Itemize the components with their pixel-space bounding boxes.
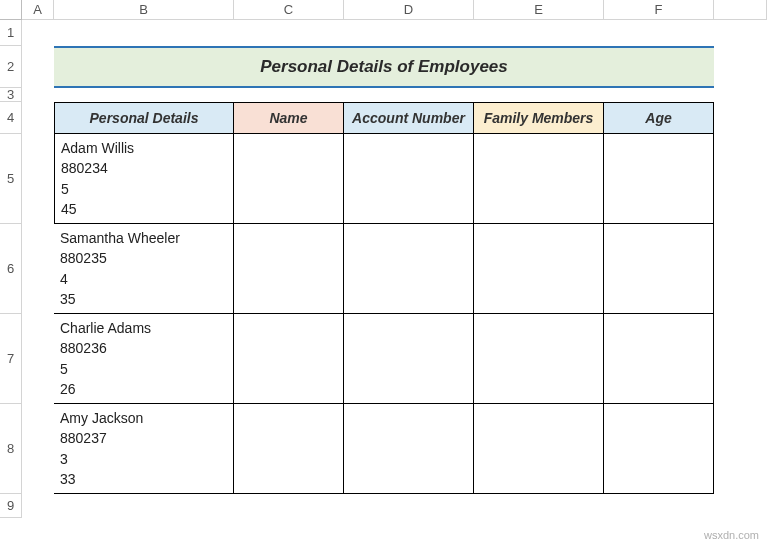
col-header-f[interactable]: F <box>604 0 714 20</box>
row-header-6[interactable]: 6 <box>0 224 22 314</box>
col-header-a[interactable]: A <box>22 0 54 20</box>
cell-b5[interactable]: Adam Willis 880234 5 45 <box>54 134 234 224</box>
cell-c5[interactable] <box>234 134 344 224</box>
cell-e5[interactable] <box>474 134 604 224</box>
right-filler[interactable] <box>714 20 767 518</box>
page-title: Personal Details of Employees <box>54 46 714 88</box>
row1-blank[interactable] <box>54 20 714 46</box>
row-header-7[interactable]: 7 <box>0 314 22 404</box>
cell-e6[interactable] <box>474 224 604 314</box>
row-header-2[interactable]: 2 <box>0 46 22 88</box>
col-header-c[interactable]: C <box>234 0 344 20</box>
cell-c8[interactable] <box>234 404 344 494</box>
cell-b8[interactable]: Amy Jackson 880237 3 33 <box>54 404 234 494</box>
row-header-3[interactable]: 3 <box>0 88 22 102</box>
select-all-corner[interactable] <box>0 0 22 20</box>
cell-e8[interactable] <box>474 404 604 494</box>
cell-e7[interactable] <box>474 314 604 404</box>
col-a-body[interactable] <box>22 20 54 518</box>
col-header-blank <box>714 0 767 20</box>
cell-f5[interactable] <box>604 134 714 224</box>
cell-c6[interactable] <box>234 224 344 314</box>
cell-d8[interactable] <box>344 404 474 494</box>
th-name[interactable]: Name <box>234 102 344 134</box>
cell-c7[interactable] <box>234 314 344 404</box>
cell-d7[interactable] <box>344 314 474 404</box>
cell-f8[interactable] <box>604 404 714 494</box>
cell-b7[interactable]: Charlie Adams 880236 5 26 <box>54 314 234 404</box>
cell-d6[interactable] <box>344 224 474 314</box>
row9-blank[interactable] <box>54 494 714 518</box>
col-header-b[interactable]: B <box>54 0 234 20</box>
col-header-e[interactable]: E <box>474 0 604 20</box>
row-header-8[interactable]: 8 <box>0 404 22 494</box>
th-age[interactable]: Age <box>604 102 714 134</box>
row-header-1[interactable]: 1 <box>0 20 22 46</box>
cell-f7[interactable] <box>604 314 714 404</box>
th-family-members[interactable]: Family Members <box>474 102 604 134</box>
row-header-9[interactable]: 9 <box>0 494 22 518</box>
row3-gap[interactable] <box>54 88 714 102</box>
th-personal-details[interactable]: Personal Details <box>54 102 234 134</box>
cell-b6[interactable]: Samantha Wheeler 880235 4 35 <box>54 224 234 314</box>
row-header-4[interactable]: 4 <box>0 102 22 134</box>
spreadsheet-grid: A B C D E F 1 2 3 4 5 6 7 8 9 Personal D… <box>0 0 767 518</box>
row-header-5[interactable]: 5 <box>0 134 22 224</box>
cell-f6[interactable] <box>604 224 714 314</box>
cell-d5[interactable] <box>344 134 474 224</box>
watermark: wsxdn.com <box>704 529 759 541</box>
th-account-number[interactable]: Account Number <box>344 102 474 134</box>
col-header-d[interactable]: D <box>344 0 474 20</box>
